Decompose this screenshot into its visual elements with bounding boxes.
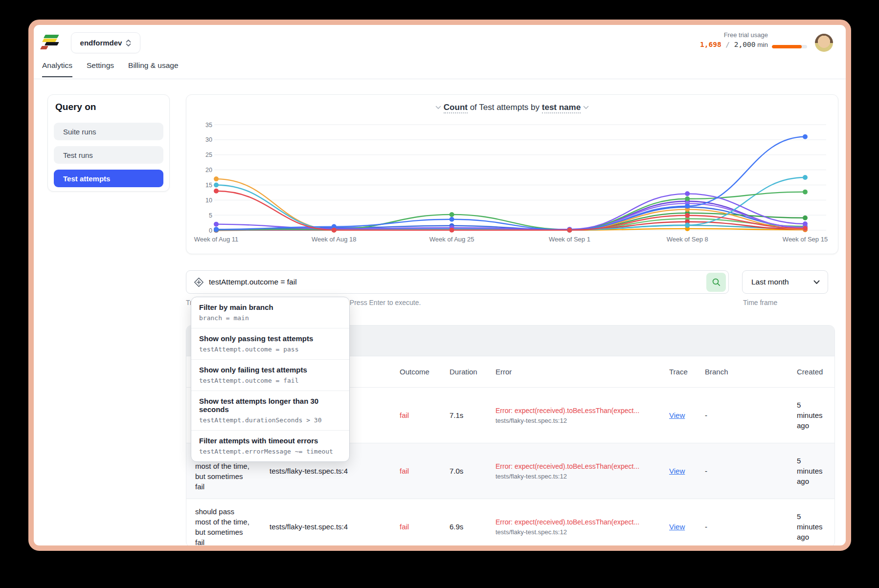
cell-duration: 7.1s [450,411,496,419]
usage-label: Free trial usage [700,31,768,39]
svg-text:Week of Aug 25: Week of Aug 25 [429,236,474,243]
cell-error: Error: expect(received).toBeLessThan(exp… [496,406,669,424]
cell-duration: 7.0s [450,467,496,475]
search-icon [712,278,721,287]
tab-analytics[interactable]: Analytics [42,61,72,77]
suggestion-failing-attempts[interactable]: Show only failing test attempts testAtte… [191,359,349,391]
diamond-plus-icon [194,277,204,287]
svg-text:Week of Sep 1: Week of Sep 1 [549,236,590,243]
cell-created: 5 minutes ago [797,511,828,542]
col-header-created: Created [797,368,826,376]
app-window: endformdev Free trial usage 1,698 / 2,00… [28,20,851,551]
suggestion-filter-main-branch[interactable]: Filter by main branch branch = main [191,297,349,328]
table-row: should pass most of the time, but someti… [186,499,834,547]
col-header-trace: Trace [669,368,705,376]
col-header-error: Error [496,368,669,376]
error-location: tests/flaky-test.spec.ts:12 [496,473,669,480]
col-header-duration: Duration [450,368,496,376]
chart-card: Count of Test attempts by test name 0510… [186,94,838,254]
cell-branch: - [705,411,797,419]
filter-suggestions-dropdown: Filter by main branch branch = main Show… [191,297,350,462]
svg-text:Week of Aug 11: Week of Aug 11 [194,236,239,243]
usage-total: 2,000 [734,41,756,48]
query-on-panel: Query on Suite runs Test runs Test attem… [47,94,170,192]
error-message: Error: expect(received).toBeLessThan(exp… [496,462,669,471]
suggestion-passing-attempts[interactable]: Show only passing test attempts testAtte… [191,328,349,359]
cell-branch: - [705,523,797,531]
main-tabs: Analytics Settings Billing & usage [42,61,179,77]
svg-text:35: 35 [205,122,212,129]
avatar[interactable] [815,34,833,52]
free-trial-usage: Free trial usage 1,698 / 2,000 min [700,31,768,48]
cell-test-name: should pass most of the time, but someti… [195,506,250,547]
tab-billing-usage[interactable]: Billing & usage [128,61,179,77]
error-location: tests/flaky-test.spec.ts:12 [496,417,669,424]
usage-used: 1,698 [700,41,721,48]
line-chart: 05101520253035Week of Aug 11Week of Aug … [186,95,838,254]
tab-settings[interactable]: Settings [87,61,114,77]
cell-created: 5 minutes ago [797,456,828,486]
time-frame-select[interactable]: Last month [742,270,828,294]
org-switcher-button[interactable]: endformdev [71,32,140,53]
run-query-button[interactable] [706,273,726,292]
svg-text:10: 10 [205,197,212,204]
usage-progress-fill [772,45,802,48]
cell-error: Error: expect(received).toBeLessThan(exp… [496,518,669,536]
suggestion-long-attempts[interactable]: Show test attempts longer than 30 second… [191,391,349,430]
cell-outcome: fail [400,523,450,531]
header-divider [34,79,846,79]
selector-icon [126,39,131,47]
error-location: tests/flaky-test.spec.ts:12 [496,528,669,536]
usage-progress-bar [772,45,807,48]
cell-error: Error: expect(received).toBeLessThan(exp… [496,462,669,480]
query-test-runs-button[interactable]: Test runs [54,146,163,164]
svg-text:30: 30 [205,136,212,143]
query-test-attempts-button[interactable]: Test attempts [54,170,163,187]
endform-logo [41,35,61,49]
cell-branch: - [705,467,797,475]
suggestion-timeout-errors[interactable]: Filter attempts with timeout errors test… [191,430,349,461]
error-message: Error: expect(received).toBeLessThan(exp… [496,406,669,415]
usage-numbers: 1,698 / 2,000 min [700,41,768,48]
query-suite-runs-button[interactable]: Suite runs [54,123,163,140]
query-on-title: Query on [55,102,96,112]
svg-text:15: 15 [205,182,212,189]
svg-text:5: 5 [209,212,212,219]
svg-text:Week of Aug 18: Week of Aug 18 [312,236,357,243]
chevron-down-icon [813,280,820,284]
svg-text:25: 25 [205,152,212,158]
svg-text:0: 0 [209,227,212,234]
filter-query-text: testAttempt.outcome = fail [209,278,297,286]
error-message: Error: expect(received).toBeLessThan(exp… [496,518,669,527]
trace-view-link[interactable]: View [669,523,685,531]
svg-text:Week of Sep 8: Week of Sep 8 [667,236,708,243]
trace-view-link[interactable]: View [669,467,685,475]
col-header-branch: Branch [705,368,797,376]
time-frame-label: Time frame [743,299,777,306]
filter-query-input[interactable]: testAttempt.outcome = fail [186,270,729,294]
cell-duration: 6.9s [450,523,496,531]
org-name: endformdev [80,39,122,47]
cell-outcome: fail [400,467,450,475]
cell-file: tests/flaky-test.spec.ts:4 [270,523,400,531]
cell-outcome: fail [400,411,450,419]
trace-view-link[interactable]: View [669,411,685,419]
cell-file: tests/flaky-test.spec.ts:4 [270,467,400,475]
svg-text:20: 20 [205,167,212,174]
cell-created: 5 minutes ago [797,400,828,431]
time-frame-value: Last month [751,278,789,286]
col-header-outcome: Outcome [400,368,450,376]
svg-text:Week of Sep 15: Week of Sep 15 [783,236,828,243]
